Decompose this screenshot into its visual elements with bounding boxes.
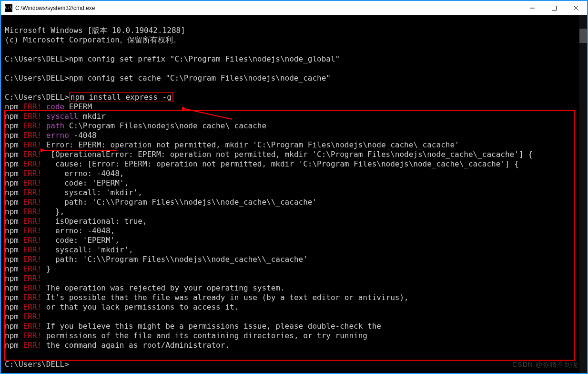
cmd-2: npm config set cache "C:\Program Files\n…	[69, 73, 331, 83]
prompt-2: C:\Users\DELL>npm config set cache "C:\P…	[5, 73, 331, 83]
svg-rect-0	[552, 6, 557, 10]
err-line-5: npm ERR! Error: EPERM: operation not per…	[5, 140, 459, 149]
cmd-1: npm config set prefix "C:\Program Files\…	[69, 54, 340, 63]
watermark-text: CSDN @你猜不到呢	[512, 360, 578, 369]
err-line-25: npm ERR! permissions of the file and its…	[5, 331, 367, 340]
prompt-4[interactable]: C:\Users\DELL>	[5, 360, 69, 369]
err-line-18: npm ERR! }	[5, 264, 51, 273]
err-line-20: npm ERR! The operation was rejected by y…	[5, 283, 285, 292]
close-button[interactable]	[565, 1, 587, 15]
err-line-15: npm ERR! code: 'EPERM',	[5, 236, 120, 245]
err-line-26: npm ERR! the command again as root/Admin…	[5, 341, 230, 350]
prompt-3: C:\Users\DELL>npm install express -g	[5, 92, 173, 102]
err-line-12: npm ERR! },	[5, 207, 64, 216]
window-title: C:\Windows\system32\cmd.exe	[15, 5, 95, 11]
err-line-3: npm ERR! path C:\Program Files\nodejs\no…	[5, 121, 266, 130]
cmd-window: C:\ C:\Windows\system32\cmd.exe Microsof…	[1, 1, 587, 373]
err-line-19: npm ERR!	[5, 274, 46, 283]
winver-line: Microsoft Windows [版本 10.0.19042.1288]	[5, 26, 185, 35]
copyright-line: (c) Microsoft Corporation。保留所有权利。	[5, 35, 181, 44]
err-line-8: npm ERR! errno: -4048,	[5, 169, 124, 178]
err-line-14: npm ERR! errno: -4048,	[5, 226, 115, 235]
maximize-button[interactable]	[543, 1, 565, 15]
terminal-scrollbar-thumb[interactable]	[579, 29, 587, 43]
err-line-22: npm ERR! or that you lack permissions to…	[5, 302, 239, 312]
err-line-1: npm ERR! code EPERM	[5, 102, 92, 111]
err-line-11: npm ERR! path: 'C:\\Program Files\\nodej…	[5, 197, 317, 207]
err-line-13: npm ERR! isOperational: true,	[5, 217, 147, 226]
cmd-app-icon: C:\	[5, 4, 12, 12]
svg-line-1	[184, 109, 232, 119]
terminal-scrollbar[interactable]	[579, 15, 587, 373]
terminal-body[interactable]: Microsoft Windows [版本 10.0.19042.1288] (…	[1, 15, 587, 373]
err-line-7: npm ERR! cause: [Error: EPERM: operation…	[5, 159, 519, 168]
err-line-17: npm ERR! path: 'C:\\Program Files\\nodej…	[5, 255, 308, 264]
err-line-16: npm ERR! syscall: 'mkdir',	[5, 245, 133, 254]
annotation-arrow-command-icon	[182, 107, 234, 122]
titlebar[interactable]: C:\ C:\Windows\system32\cmd.exe	[1, 1, 587, 15]
minimize-button[interactable]	[521, 1, 543, 15]
err-line-4: npm ERR! errno -4048	[5, 131, 97, 140]
err-line-2: npm ERR! syscall mkdir	[5, 112, 106, 121]
err-line-6: npm ERR! [OperationalError: EPERM: opera…	[5, 150, 533, 159]
highlighted-command: npm install express -g	[69, 92, 173, 102]
err-line-9: npm ERR! code: 'EPERM',	[5, 178, 129, 187]
err-line-24: npm ERR! If you believe this might be a …	[5, 322, 381, 331]
err-line-23: npm ERR!	[5, 312, 46, 321]
err-line-21: npm ERR! It's possible that the file was…	[5, 293, 409, 302]
err-line-10: npm ERR! syscall: 'mkdir',	[5, 188, 142, 197]
prompt-1: C:\Users\DELL>npm config set prefix "C:\…	[5, 54, 340, 63]
